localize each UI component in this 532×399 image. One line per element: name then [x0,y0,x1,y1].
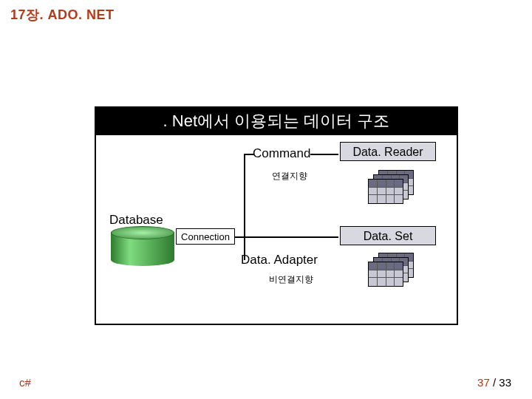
page-number: 37 / 33 [477,376,511,389]
chapter-heading: 17장. ADO. NET [10,6,115,24]
disconnected-oriented-label: 비연결지향 [269,273,313,286]
database-icon [111,226,174,266]
command-label: Command [253,146,310,161]
table-stack-icon [368,253,412,287]
connected-oriented-label: 연결지향 [272,170,307,183]
page-current: 37 [477,376,490,389]
dataset-box: Data. Set [340,226,436,245]
page-total: 33 [499,376,511,389]
connector-line [235,236,338,238]
connector-line [244,155,245,237]
diagram-frame: . Net에서 이용되는 데이터 구조 Database Connection … [95,106,458,325]
dataadapter-label: Data. Adapter [241,253,318,267]
footer-language: c# [19,376,31,389]
table-stack-icon [368,170,412,204]
connection-box: Connection [176,228,235,245]
datareader-box: Data. Reader [340,142,436,161]
database-label: Database [109,213,163,228]
connector-line [310,154,338,155]
diagram-title: . Net에서 이용되는 데이터 구조 [95,107,457,135]
page-sep: / [490,376,499,389]
slide-root: 17장. ADO. NET . Net에서 이용되는 데이터 구조 Databa… [0,0,532,399]
